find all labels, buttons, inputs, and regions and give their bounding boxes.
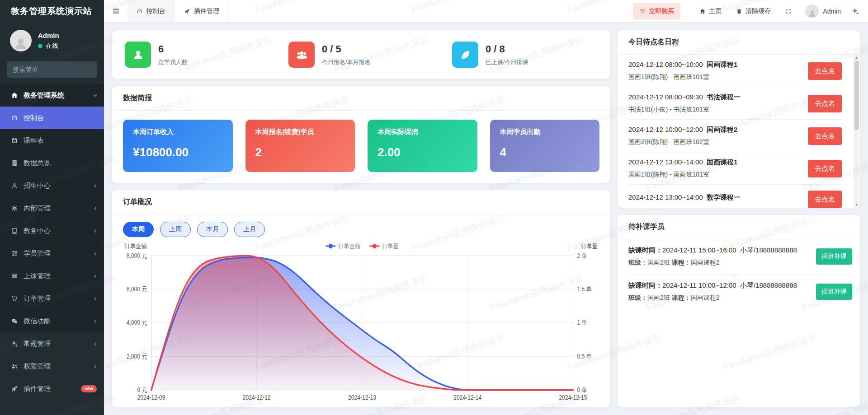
list-icon — [11, 272, 18, 280]
sidebar-item-timetable[interactable]: 课程表 — [0, 129, 104, 152]
rollcall-button[interactable]: 去点名 — [808, 127, 842, 145]
app-title: 教务管理系统演示站 — [0, 0, 104, 23]
data-brief-tiles: 本周订单收入 ¥10800.00 本周报名(续费)学员 2 本周实际课消 2.0… — [112, 111, 610, 183]
orders-overview-title: 订单概况 — [112, 190, 610, 214]
svg-text:0 元: 0 元 — [137, 387, 147, 394]
sidebar-item-wechat[interactable]: 微信功能 ‹ — [0, 310, 104, 332]
online-dot-icon — [38, 44, 42, 48]
user-status: 在线 — [38, 42, 59, 50]
makeup-button[interactable]: 插班补课 — [816, 284, 852, 300]
data-brief-title: 数据简报 — [112, 86, 610, 111]
svg-text:4,000 元: 4,000 元 — [127, 319, 147, 326]
tab-addons[interactable]: 插件管理 — [175, 0, 229, 22]
rollcall-title: 今日待点名日程 — [618, 30, 860, 55]
user-avatar-icon — [807, 9, 817, 18]
makeup-row: 缺课时间：2024-12-11 10:00~12:00 小琴/188888888… — [628, 275, 852, 309]
buy-now-button[interactable]: 立即购买 — [633, 3, 680, 19]
user-panel: Admin 在线 — [0, 23, 104, 56]
stat-value: 0 / 8 — [486, 43, 528, 55]
area-chart: 0 元0 单2,000 元0.5 单4,000 元1 单6,000 元1.5 单… — [121, 240, 601, 404]
sidebar-item-general[interactable]: 常规管理 ‹ — [0, 332, 104, 355]
stat-item: 0 / 8 已上课/今日排课 — [443, 42, 607, 68]
scroll-down-icon[interactable]: ▼ — [854, 202, 859, 208]
scrollbar-thumb[interactable] — [854, 61, 859, 130]
cart-icon — [639, 8, 646, 14]
sidebar-item-students[interactable]: 学员管理 ‹ — [0, 242, 104, 265]
makeup-card: 待补课学员 缺课时间：2024-12-11 15:00~16:00 小琴/188… — [618, 215, 860, 407]
clear-cache-link[interactable]: 清除缓存 — [729, 0, 778, 22]
sidebar-item-auth[interactable]: 权限管理 ‹ — [0, 355, 104, 378]
period-tab-1[interactable]: 上周 — [160, 222, 191, 237]
rollcall-button[interactable]: 去点名 — [808, 95, 842, 112]
chevron-left-icon: ‹ — [94, 250, 97, 257]
data-brief-card: 数据简报 本周订单收入 ¥10800.00 本周报名(续费)学员 2 本周实际课… — [112, 86, 610, 183]
svg-text:8,000 元: 8,000 元 — [127, 252, 147, 259]
sidebar: 教务管理系统演示站 Admin 在线 教务管理系统 ‹ 控制台 课程表 数据总览 — [0, 0, 104, 415]
orders-overview-card: 订单概况 本周 上周 本月 上月 0 元0 单2,000 元0.5 单4,000… — [112, 190, 610, 407]
users-icon — [11, 363, 18, 370]
stat-item: 0 / 5 今日报名/本月报名 — [279, 42, 443, 68]
trash-icon — [736, 8, 742, 14]
sidebar-item-classes[interactable]: 上课管理 ‹ — [0, 265, 104, 287]
user-name: Admin — [38, 32, 59, 39]
tab-console[interactable]: 控制台 — [127, 0, 175, 22]
svg-text:0.5 单: 0.5 单 — [577, 353, 591, 360]
stat-value: 0 / 5 — [322, 43, 371, 55]
svg-text:2024-12-12: 2024-12-12 — [243, 394, 271, 401]
calendar-icon — [11, 137, 18, 144]
scroll-up-icon[interactable]: ▲ — [854, 55, 859, 61]
sidebar-item-academic[interactable]: 教务中心 ‹ — [0, 219, 104, 242]
makeup-row: 缺课时间：2024-12-11 15:00~16:00 小琴/188888888… — [628, 239, 852, 275]
svg-text:2024-12-15: 2024-12-15 — [559, 394, 587, 401]
journal-icon — [11, 159, 18, 167]
period-tab-2[interactable]: 本月 — [197, 222, 228, 237]
list-scrollbar[interactable]: ▲ ▼ — [854, 55, 859, 208]
rollcall-row: 2024-12-12 08:00~09:30 书法课程一 书法1班(小夜) - … — [628, 87, 842, 120]
settings-button[interactable] — [847, 8, 868, 15]
svg-text:订单量: 订单量 — [581, 242, 598, 250]
search-input[interactable] — [13, 66, 94, 73]
rollcall-list: 2024-12-12 08:00~10:00 国画课程1 国画1班(陈翔) - … — [618, 55, 860, 208]
user-avatar-icon — [13, 36, 28, 51]
gears-icon — [11, 340, 18, 347]
new-badge: new — [81, 385, 97, 392]
chevron-left-icon: ‹ — [94, 205, 97, 212]
makeup-list: 缺课时间：2024-12-11 15:00~16:00 小琴/188888888… — [618, 239, 860, 309]
chevron-left-icon: ‹ — [94, 295, 97, 303]
sidebar-item-orders[interactable]: 订单管理 ‹ — [0, 287, 104, 310]
user-icon — [11, 182, 18, 189]
avatar[interactable] — [10, 30, 32, 51]
sidebar-item-edu-system[interactable]: 教务管理系统 ‹ — [0, 84, 104, 107]
navbar: 控制台 插件管理 立即购买 主页 清除缓存 Admin — [104, 0, 868, 23]
svg-text:1 单: 1 单 — [577, 319, 587, 326]
hamburger-icon[interactable] — [104, 0, 127, 22]
brief-tile: 本周学员出勤 4 — [490, 120, 600, 172]
period-tab-0[interactable]: 本周 — [123, 222, 154, 237]
chevron-left-icon: ‹ — [94, 182, 97, 190]
menu-search[interactable] — [7, 61, 97, 78]
sidebar-item-addons[interactable]: 插件管理 new — [0, 378, 104, 400]
leaf-icon — [459, 49, 472, 61]
rollcall-button[interactable]: 去点名 — [808, 160, 842, 177]
chevron-left-icon: ‹ — [94, 227, 97, 235]
sidebar-item-admissions[interactable]: 招生中心 ‹ — [0, 174, 104, 197]
fullscreen-button[interactable] — [778, 0, 799, 22]
stat-label: 总学员人数 — [158, 58, 188, 66]
svg-text:2024-12-09: 2024-12-09 — [137, 394, 165, 401]
period-tab-3[interactable]: 上月 — [234, 222, 265, 237]
sidebar-item-console[interactable]: 控制台 — [0, 107, 104, 129]
brief-tile: 本周订单收入 ¥10800.00 — [123, 120, 233, 172]
stat-label: 今日报名/本月报名 — [322, 58, 371, 66]
user-solid-icon — [132, 49, 144, 61]
user-solid-icon — [125, 42, 151, 68]
users-solid-icon — [288, 42, 315, 68]
rollcall-button[interactable]: 去点名 — [808, 191, 842, 208]
gears-icon — [852, 8, 859, 15]
user-menu[interactable]: Admin — [799, 5, 847, 18]
period-tabs: 本周 上周 本月 上月 — [112, 214, 610, 239]
sidebar-item-internal[interactable]: 内部管理 ‹ — [0, 197, 104, 219]
sidebar-item-data-overview[interactable]: 数据总览 — [0, 152, 104, 174]
rollcall-button[interactable]: 去点名 — [808, 62, 842, 80]
makeup-button[interactable]: 插班补课 — [816, 248, 852, 265]
home-link[interactable]: 主页 — [692, 0, 729, 22]
